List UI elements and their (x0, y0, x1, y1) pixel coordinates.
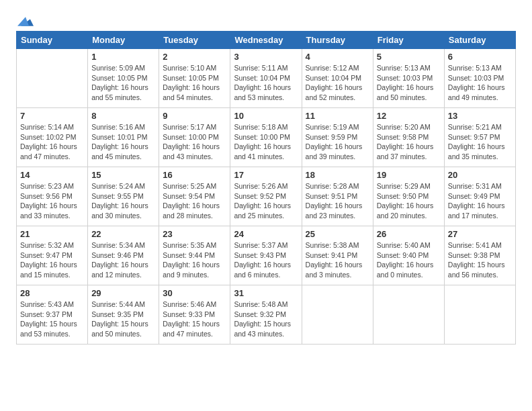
day-info: Sunrise: 5:35 AM Sunset: 9:44 PM Dayligh… (163, 240, 226, 280)
day-info: Sunrise: 5:13 AM Sunset: 10:03 PM Daylig… (377, 63, 441, 103)
day-number: 2 (163, 52, 226, 62)
day-info: Sunrise: 5:37 AM Sunset: 9:43 PM Dayligh… (234, 240, 298, 280)
day-number: 19 (377, 170, 441, 180)
day-info: Sunrise: 5:34 AM Sunset: 9:46 PM Dayligh… (91, 240, 155, 280)
day-info: Sunrise: 5:31 AM Sunset: 9:49 PM Dayligh… (448, 181, 512, 221)
day-number: 4 (306, 52, 369, 62)
calendar-cell: 31Sunrise: 5:48 AM Sunset: 9:32 PM Dayli… (230, 285, 302, 345)
logo-icon (17, 13, 34, 30)
day-number: 22 (91, 229, 155, 239)
svg-marker-1 (17, 17, 29, 26)
calendar-cell: 24Sunrise: 5:37 AM Sunset: 9:43 PM Dayli… (230, 226, 302, 285)
calendar-cell: 20Sunrise: 5:31 AM Sunset: 9:49 PM Dayli… (444, 167, 515, 226)
calendar-cell: 27Sunrise: 5:41 AM Sunset: 9:38 PM Dayli… (444, 226, 515, 285)
day-info: Sunrise: 5:43 AM Sunset: 9:37 PM Dayligh… (20, 300, 84, 339)
calendar-cell: 10Sunrise: 5:18 AM Sunset: 10:00 PM Dayl… (230, 108, 302, 167)
calendar-cell (17, 49, 88, 108)
day-number: 28 (20, 288, 84, 298)
week-row-5: 28Sunrise: 5:43 AM Sunset: 9:37 PM Dayli… (17, 285, 516, 345)
calendar-cell: 26Sunrise: 5:40 AM Sunset: 9:40 PM Dayli… (373, 226, 444, 285)
calendar-cell: 18Sunrise: 5:28 AM Sunset: 9:51 PM Dayli… (302, 167, 373, 226)
day-info: Sunrise: 5:29 AM Sunset: 9:50 PM Dayligh… (377, 181, 441, 221)
calendar-cell (444, 285, 515, 345)
day-number: 27 (448, 229, 512, 239)
calendar-cell: 25Sunrise: 5:38 AM Sunset: 9:41 PM Dayli… (302, 226, 373, 285)
calendar-cell: 21Sunrise: 5:32 AM Sunset: 9:47 PM Dayli… (17, 226, 88, 285)
calendar-cell (302, 285, 373, 345)
day-info: Sunrise: 5:46 AM Sunset: 9:33 PM Dayligh… (163, 300, 226, 339)
column-header-sunday: Sunday (17, 32, 88, 49)
day-info: Sunrise: 5:14 AM Sunset: 10:02 PM Daylig… (20, 122, 84, 162)
column-header-wednesday: Wednesday (230, 32, 302, 49)
day-info: Sunrise: 5:38 AM Sunset: 9:41 PM Dayligh… (306, 240, 369, 280)
calendar-cell: 22Sunrise: 5:34 AM Sunset: 9:46 PM Dayli… (88, 226, 159, 285)
calendar-cell (373, 285, 444, 345)
day-number: 12 (377, 111, 441, 121)
header-row: SundayMondayTuesdayWednesdayThursdayFrid… (17, 32, 516, 49)
week-row-2: 7Sunrise: 5:14 AM Sunset: 10:02 PM Dayli… (17, 108, 516, 167)
column-header-tuesday: Tuesday (159, 32, 230, 49)
day-number: 18 (306, 170, 369, 180)
day-number: 17 (234, 170, 298, 180)
day-number: 1 (91, 52, 155, 62)
column-header-monday: Monday (88, 32, 159, 49)
day-number: 14 (20, 170, 84, 180)
calendar-cell: 9Sunrise: 5:17 AM Sunset: 10:00 PM Dayli… (159, 108, 230, 167)
calendar-cell: 15Sunrise: 5:24 AM Sunset: 9:55 PM Dayli… (88, 167, 159, 226)
day-number: 9 (163, 111, 226, 121)
calendar-cell: 28Sunrise: 5:43 AM Sunset: 9:37 PM Dayli… (17, 285, 88, 345)
column-header-thursday: Thursday (302, 32, 373, 49)
day-number: 24 (234, 229, 298, 239)
logo (16, 13, 34, 27)
calendar-cell: 14Sunrise: 5:23 AM Sunset: 9:56 PM Dayli… (17, 167, 88, 226)
calendar-cell: 4Sunrise: 5:12 AM Sunset: 10:04 PM Dayli… (302, 49, 373, 108)
calendar-cell: 7Sunrise: 5:14 AM Sunset: 10:02 PM Dayli… (17, 108, 88, 167)
day-info: Sunrise: 5:09 AM Sunset: 10:05 PM Daylig… (91, 63, 155, 103)
calendar-cell: 13Sunrise: 5:21 AM Sunset: 9:57 PM Dayli… (444, 108, 515, 167)
day-number: 11 (306, 111, 369, 121)
week-row-1: 1Sunrise: 5:09 AM Sunset: 10:05 PM Dayli… (17, 49, 516, 108)
calendar-cell: 30Sunrise: 5:46 AM Sunset: 9:33 PM Dayli… (159, 285, 230, 345)
day-number: 5 (377, 52, 441, 62)
calendar-cell: 29Sunrise: 5:44 AM Sunset: 9:35 PM Dayli… (88, 285, 159, 345)
day-number: 6 (448, 52, 512, 62)
calendar-cell: 12Sunrise: 5:20 AM Sunset: 9:58 PM Dayli… (373, 108, 444, 167)
day-info: Sunrise: 5:10 AM Sunset: 10:05 PM Daylig… (163, 63, 226, 103)
day-info: Sunrise: 5:25 AM Sunset: 9:54 PM Dayligh… (163, 181, 226, 221)
day-number: 7 (20, 111, 84, 121)
day-info: Sunrise: 5:48 AM Sunset: 9:32 PM Dayligh… (234, 300, 298, 339)
day-info: Sunrise: 5:40 AM Sunset: 9:40 PM Dayligh… (377, 240, 441, 280)
calendar-cell: 11Sunrise: 5:19 AM Sunset: 9:59 PM Dayli… (302, 108, 373, 167)
day-info: Sunrise: 5:12 AM Sunset: 10:04 PM Daylig… (306, 63, 369, 103)
day-info: Sunrise: 5:17 AM Sunset: 10:00 PM Daylig… (163, 122, 226, 162)
day-number: 23 (163, 229, 226, 239)
day-info: Sunrise: 5:19 AM Sunset: 9:59 PM Dayligh… (306, 122, 369, 162)
day-info: Sunrise: 5:41 AM Sunset: 9:38 PM Dayligh… (448, 240, 512, 280)
calendar-cell: 19Sunrise: 5:29 AM Sunset: 9:50 PM Dayli… (373, 167, 444, 226)
day-info: Sunrise: 5:23 AM Sunset: 9:56 PM Dayligh… (20, 181, 84, 221)
header (16, 13, 516, 27)
calendar-table: SundayMondayTuesdayWednesdayThursdayFrid… (16, 31, 516, 345)
day-number: 26 (377, 229, 441, 239)
day-info: Sunrise: 5:13 AM Sunset: 10:03 PM Daylig… (448, 63, 512, 103)
calendar-cell: 3Sunrise: 5:11 AM Sunset: 10:04 PM Dayli… (230, 49, 302, 108)
day-info: Sunrise: 5:18 AM Sunset: 10:00 PM Daylig… (234, 122, 298, 162)
day-info: Sunrise: 5:28 AM Sunset: 9:51 PM Dayligh… (306, 181, 369, 221)
calendar-cell: 6Sunrise: 5:13 AM Sunset: 10:03 PM Dayli… (444, 49, 515, 108)
week-row-3: 14Sunrise: 5:23 AM Sunset: 9:56 PM Dayli… (17, 167, 516, 226)
column-header-friday: Friday (373, 32, 444, 49)
day-info: Sunrise: 5:20 AM Sunset: 9:58 PM Dayligh… (377, 122, 441, 162)
calendar-cell: 1Sunrise: 5:09 AM Sunset: 10:05 PM Dayli… (88, 49, 159, 108)
calendar-cell: 23Sunrise: 5:35 AM Sunset: 9:44 PM Dayli… (159, 226, 230, 285)
day-info: Sunrise: 5:16 AM Sunset: 10:01 PM Daylig… (91, 122, 155, 162)
calendar-cell: 5Sunrise: 5:13 AM Sunset: 10:03 PM Dayli… (373, 49, 444, 108)
day-number: 31 (234, 288, 298, 298)
day-number: 16 (163, 170, 226, 180)
day-number: 3 (234, 52, 298, 62)
day-info: Sunrise: 5:21 AM Sunset: 9:57 PM Dayligh… (448, 122, 512, 162)
day-info: Sunrise: 5:32 AM Sunset: 9:47 PM Dayligh… (20, 240, 84, 280)
day-number: 21 (20, 229, 84, 239)
calendar-cell: 8Sunrise: 5:16 AM Sunset: 10:01 PM Dayli… (88, 108, 159, 167)
day-info: Sunrise: 5:24 AM Sunset: 9:55 PM Dayligh… (91, 181, 155, 221)
day-info: Sunrise: 5:26 AM Sunset: 9:52 PM Dayligh… (234, 181, 298, 221)
